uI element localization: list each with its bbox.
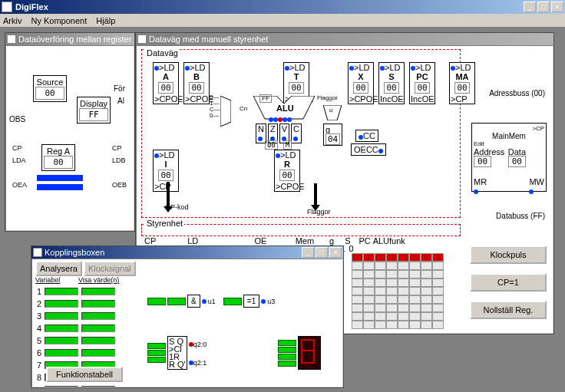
mem-cell[interactable] [432, 295, 444, 304]
mem-cell[interactable] [409, 304, 421, 312]
mem-cell[interactable] [421, 312, 432, 321]
mem-cell[interactable] [375, 295, 386, 304]
kopplingsboxen-window[interactable]: Kopplingsboxen _ □ × Analysera Klocksign… [31, 245, 344, 388]
and-gate[interactable]: & [187, 295, 200, 308]
mem-cell[interactable] [352, 253, 363, 262]
green-block[interactable] [278, 361, 296, 367]
mem-cell[interactable] [432, 262, 444, 270]
mainmem-edit[interactable]: Edit [474, 140, 544, 147]
kop-variable-bar[interactable] [45, 288, 78, 295]
kop-value-bar[interactable] [81, 349, 115, 357]
child-minimize-button[interactable]: _ [302, 247, 314, 258]
mem-cell[interactable] [432, 312, 444, 321]
mem-cell[interactable] [409, 321, 421, 329]
mem-cell[interactable] [352, 270, 363, 278]
green-block[interactable] [147, 357, 166, 363]
mem-cell[interactable] [398, 278, 409, 287]
mem-cell[interactable] [409, 295, 421, 304]
mem-cell[interactable] [363, 287, 375, 295]
mem-cell[interactable] [432, 270, 444, 278]
nollstall-button[interactable]: Nollställ Reg. [470, 301, 547, 319]
mem-cell[interactable] [409, 262, 421, 270]
mem-cell[interactable] [363, 321, 375, 329]
maximize-button[interactable]: □ [537, 2, 550, 12]
mem-cell[interactable] [363, 262, 375, 270]
reg-S[interactable]: >LD S 00 IncOE [378, 62, 405, 104]
kop-value-bar[interactable] [81, 312, 115, 320]
kop-variable-bar[interactable] [45, 300, 78, 308]
mem-cell[interactable] [386, 278, 398, 287]
green-block[interactable] [167, 298, 186, 305]
source-register[interactable]: Source 00 [33, 75, 67, 102]
kop-variable-bar[interactable] [45, 337, 78, 344]
klockpuls-button[interactable]: Klockpuls [470, 245, 547, 264]
klocksignal-button[interactable]: Klocksignal [84, 261, 136, 276]
mem-cell[interactable] [352, 312, 363, 321]
cp1-button[interactable]: CP=1 [470, 273, 547, 292]
menu-hjalp[interactable]: Hjälp [96, 16, 115, 25]
mem-cell[interactable] [421, 304, 432, 312]
green-block[interactable] [278, 354, 296, 360]
mem-cell[interactable] [375, 253, 386, 262]
mem-cell[interactable] [386, 304, 398, 312]
mem-cell[interactable] [363, 304, 375, 312]
close-button[interactable]: × [551, 2, 563, 12]
minimize-button[interactable]: _ [524, 2, 536, 12]
child-close-button[interactable]: × [329, 247, 342, 258]
green-block[interactable] [223, 298, 242, 305]
mem-cell[interactable] [409, 270, 421, 278]
mem-cell[interactable] [421, 287, 432, 295]
mem-cell[interactable] [352, 304, 363, 312]
mem-cell[interactable] [398, 287, 409, 295]
kop-value-bar[interactable] [81, 300, 115, 308]
mem-cell[interactable] [398, 262, 409, 270]
mem-cell[interactable] [398, 312, 409, 321]
mem-cell[interactable] [375, 262, 386, 270]
mem-cell[interactable] [398, 253, 409, 262]
mem-cell[interactable] [421, 278, 432, 287]
green-block[interactable] [278, 340, 296, 346]
mem-cell[interactable] [352, 278, 363, 287]
reg-a[interactable]: Reg A 00 [41, 144, 75, 171]
reg-A[interactable]: >LD A 00 >CPOE [153, 62, 179, 104]
mem-cell[interactable] [398, 304, 409, 312]
kop-variable-bar[interactable] [45, 349, 78, 357]
mem-cell[interactable] [432, 321, 444, 329]
mem-cell[interactable] [363, 253, 375, 262]
funktionstabell-button[interactable]: Funktionstabell [46, 367, 123, 382]
menu-nykomponent[interactable]: Ny Komponent [31, 16, 87, 25]
mem-cell[interactable] [386, 321, 398, 329]
mem-cell[interactable] [432, 253, 444, 262]
green-block[interactable] [278, 347, 296, 353]
mem-cell[interactable] [375, 278, 386, 287]
mem-cell[interactable] [421, 253, 432, 262]
mem-cell[interactable] [375, 312, 386, 321]
mem-cell[interactable] [352, 287, 363, 295]
mem-cell[interactable] [363, 312, 375, 321]
reg-R[interactable]: >LD R 00 >CPOE [274, 150, 300, 192]
logic-diagram[interactable]: & u1 =1 u3 [147, 290, 339, 384]
kop-value-bar[interactable] [81, 337, 115, 344]
memory-grid[interactable] [352, 253, 444, 329]
green-block[interactable] [147, 343, 166, 349]
mem-cell[interactable] [352, 321, 363, 329]
mem-cell[interactable] [409, 278, 421, 287]
mem-cell[interactable] [352, 295, 363, 304]
mem-cell[interactable] [386, 262, 398, 270]
g-mux[interactable]: u [323, 105, 342, 120]
mem-cell[interactable] [421, 270, 432, 278]
mem-cell[interactable] [432, 287, 444, 295]
cc-box[interactable]: CC [355, 130, 378, 142]
mux-block[interactable] [220, 96, 231, 127]
kop-variable-bar[interactable] [45, 324, 78, 332]
mem-cell[interactable] [409, 287, 421, 295]
mem-cell[interactable] [363, 270, 375, 278]
kop-value-bar[interactable] [81, 324, 115, 332]
mem-cell[interactable] [398, 295, 409, 304]
mem-cell[interactable] [386, 270, 398, 278]
green-block[interactable] [147, 350, 166, 356]
mem-cell[interactable] [409, 312, 421, 321]
kop-variable-bar[interactable] [45, 386, 78, 387]
xor-gate[interactable]: =1 [243, 295, 259, 308]
kopplingsboxen-titlebar[interactable]: Kopplingsboxen _ □ × [31, 246, 343, 259]
